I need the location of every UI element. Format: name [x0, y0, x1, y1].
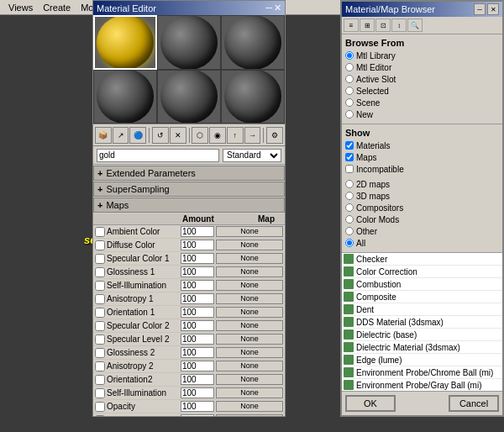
param-check-7[interactable]: [95, 321, 105, 331]
sphere-2[interactable]: [157, 15, 221, 70]
param-check-5[interactable]: [95, 294, 105, 304]
browser-cancel-button[interactable]: Cancel: [449, 395, 499, 412]
sphere-4[interactable]: [93, 70, 157, 124]
param-check-2[interactable]: [95, 254, 105, 264]
map-list-item-3[interactable]: Composite: [342, 291, 502, 303]
browser-close-btn[interactable]: ✕: [487, 3, 499, 15]
param-map-btn-10[interactable]: None: [216, 361, 283, 371]
param-value-12[interactable]: [181, 387, 214, 398]
map-list-item-5[interactable]: DDS Material (3dsmax): [342, 316, 502, 329]
show-end-result-btn[interactable]: ◉: [209, 127, 226, 144]
param-map-btn-3[interactable]: None: [216, 266, 283, 277]
radio-scene[interactable]: Scene: [345, 97, 499, 108]
sphere-3[interactable]: [221, 15, 285, 70]
param-map-btn-8[interactable]: None: [216, 334, 283, 345]
map-list-item-9[interactable]: Environment Probe/Chrome Ball (mi): [342, 366, 502, 379]
param-check-9[interactable]: [95, 348, 105, 358]
map-list-item-2[interactable]: Combustion: [342, 278, 502, 291]
radio-mtl-library[interactable]: Mtl Library: [345, 50, 499, 61]
radio-new[interactable]: New: [345, 108, 499, 120]
param-map-btn-9[interactable]: None: [216, 347, 283, 358]
param-value-7[interactable]: [181, 320, 214, 331]
reset-btn[interactable]: ↺: [152, 127, 169, 144]
param-value-2[interactable]: [181, 253, 214, 264]
param-check-4[interactable]: [95, 281, 105, 291]
param-check-1[interactable]: [95, 240, 105, 250]
get-material-btn[interactable]: 📦: [95, 127, 112, 144]
options-btn[interactable]: ⚙: [266, 127, 283, 144]
param-value-3[interactable]: [181, 266, 214, 277]
param-check-13[interactable]: [95, 402, 105, 412]
param-map-btn-0[interactable]: None: [216, 226, 283, 237]
param-value-10[interactable]: [181, 361, 214, 371]
browser-view-grid-btn[interactable]: ⊞: [360, 18, 375, 32]
show-maps-check[interactable]: [345, 153, 354, 161]
sphere-1[interactable]: [93, 15, 157, 70]
sphere-6[interactable]: [221, 70, 285, 124]
param-value-14[interactable]: [181, 414, 214, 417]
menu-create[interactable]: Create: [38, 3, 76, 13]
browser-search-btn[interactable]: 🔍: [407, 18, 423, 32]
param-check-3[interactable]: [95, 267, 105, 277]
radio-3d-maps[interactable]: 3D maps: [345, 190, 499, 202]
param-value-8[interactable]: [181, 334, 214, 345]
map-list-item-0[interactable]: Checker: [342, 253, 502, 266]
maps-header[interactable]: + Maps: [93, 198, 285, 213]
menu-views[interactable]: Views: [3, 3, 38, 13]
param-map-btn-14[interactable]: None: [216, 414, 283, 417]
browser-sort-btn[interactable]: ↕: [391, 18, 407, 32]
param-map-btn-13[interactable]: None: [216, 401, 283, 412]
material-name-input[interactable]: [97, 149, 219, 162]
extended-params-header[interactable]: + Extended Parameters: [93, 166, 285, 181]
radio-2d-maps[interactable]: 2D maps: [345, 178, 499, 190]
radio-compositors[interactable]: Compositors: [345, 202, 499, 213]
param-check-12[interactable]: [95, 388, 105, 398]
radio-other[interactable]: Other: [345, 225, 499, 237]
map-list-item-4[interactable]: Dent: [342, 303, 502, 316]
radio-color-mods[interactable]: Color Mods: [345, 213, 499, 225]
param-map-btn-2[interactable]: None: [216, 253, 283, 264]
minimize-icon[interactable]: ─: [265, 3, 272, 13]
browser-minimize-btn[interactable]: ─: [474, 3, 486, 15]
show-map-btn[interactable]: ⬡: [192, 127, 208, 144]
param-map-btn-6[interactable]: None: [216, 307, 283, 318]
show-materials-check[interactable]: [345, 141, 354, 150]
put-to-scene-btn[interactable]: ↗: [113, 127, 129, 144]
param-map-btn-12[interactable]: None: [216, 387, 283, 398]
param-map-btn-5[interactable]: None: [216, 293, 283, 304]
delete-btn[interactable]: ✕: [170, 127, 186, 144]
radio-mtl-editor[interactable]: Mtl Editor: [345, 61, 499, 73]
map-list-item-1[interactable]: Color Correction: [342, 266, 502, 278]
param-value-4[interactable]: [181, 280, 214, 291]
browser-view-large-btn[interactable]: ⊡: [375, 18, 391, 32]
go-forward-btn[interactable]: →: [244, 127, 261, 144]
assign-material-btn[interactable]: 🔵: [129, 127, 146, 144]
sphere-5[interactable]: [157, 70, 221, 124]
show-incompatible-check[interactable]: [345, 165, 354, 173]
param-map-btn-11[interactable]: None: [216, 374, 283, 385]
param-check-0[interactable]: [95, 227, 105, 237]
param-value-0[interactable]: [181, 226, 214, 237]
param-value-1[interactable]: [181, 240, 214, 250]
map-list-item-7[interactable]: Dielectric Material (3dsmax): [342, 341, 502, 354]
param-value-5[interactable]: [181, 293, 214, 304]
browser-view-list-btn[interactable]: ≡: [344, 18, 359, 32]
param-check-6[interactable]: [95, 308, 105, 318]
param-map-btn-1[interactable]: None: [216, 240, 283, 250]
close-icon[interactable]: ✕: [274, 3, 281, 13]
param-value-6[interactable]: [181, 307, 214, 318]
radio-selected[interactable]: Selected: [345, 85, 499, 97]
shader-select[interactable]: Standard Anisotropic: [223, 149, 281, 162]
super-sampling-header[interactable]: + SuperSampling: [93, 182, 285, 197]
map-list-item-8[interactable]: Edge (lume): [342, 354, 502, 366]
radio-active-slot[interactable]: Active Slot: [345, 73, 499, 85]
param-check-11[interactable]: [95, 375, 105, 385]
param-value-13[interactable]: [181, 401, 214, 412]
radio-all[interactable]: All: [345, 237, 499, 249]
map-list-item-10[interactable]: Environment Probe/Gray Ball (mi): [342, 379, 502, 391]
param-map-btn-7[interactable]: None: [216, 320, 283, 331]
param-map-btn-4[interactable]: None: [216, 280, 283, 291]
param-check-10[interactable]: [95, 361, 105, 371]
param-check-8[interactable]: [95, 335, 105, 345]
map-list-item-6[interactable]: Dielectric (base): [342, 329, 502, 341]
